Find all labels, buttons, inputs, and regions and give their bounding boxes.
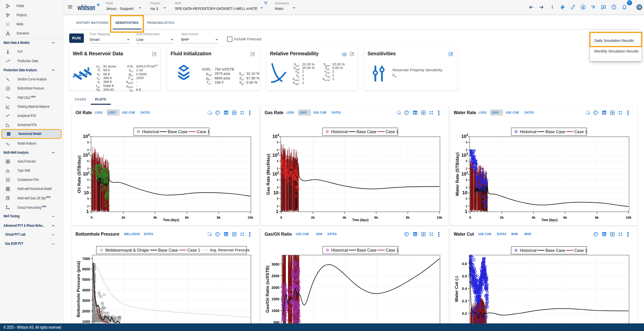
svg-text:Case 1: Case 1: [187, 248, 200, 252]
svg-text:8k: 8k: [217, 216, 221, 219]
svg-text:5: 5: [466, 197, 468, 200]
svg-text:104: 104: [272, 133, 279, 139]
svg-text:Time (days): Time (days): [352, 218, 369, 222]
svg-text:Water Rate (STB/day): Water Rate (STB/day): [455, 152, 460, 196]
svg-text:Case 1: Case 1: [574, 130, 587, 134]
svg-text:Avg. Reservoir Pressure: Avg. Reservoir Pressure: [210, 248, 250, 252]
svg-text:5: 5: [277, 197, 279, 200]
svg-text:103: 103: [83, 152, 90, 158]
svg-text:0: 0: [280, 216, 282, 219]
svg-text:2k: 2k: [311, 216, 315, 219]
svg-text:Base Case: Base Case: [357, 248, 377, 252]
svg-text:Water Cut (-): Water Cut (-): [454, 276, 459, 302]
svg-text:Historical: Historical: [520, 130, 537, 134]
svg-text:2: 2: [277, 167, 278, 170]
svg-text:Base Case: Base Case: [168, 130, 188, 134]
svg-text:Time (days): Time (days): [163, 218, 179, 222]
svg-text:104: 104: [83, 133, 90, 139]
svg-text:103: 103: [272, 152, 279, 158]
svg-text:2: 2: [87, 205, 89, 208]
svg-text:5: 5: [466, 141, 468, 144]
svg-text:4000: 4000: [82, 288, 90, 292]
svg-text:Time (days): Time (days): [541, 218, 558, 222]
svg-text:4k: 4k: [153, 216, 157, 219]
svg-text:7000: 7000: [82, 257, 90, 261]
svg-text:8k: 8k: [406, 216, 410, 219]
svg-text:1: 1: [465, 209, 467, 214]
svg-text:6000: 6000: [82, 267, 90, 271]
svg-text:Case 1: Case 1: [197, 130, 210, 134]
svg-text:5: 5: [87, 160, 89, 163]
svg-text:10k: 10k: [626, 216, 632, 219]
svg-text:0: 0: [469, 216, 471, 219]
svg-text:0.3: 0.3: [462, 299, 467, 303]
svg-text:2: 2: [466, 205, 467, 208]
svg-text:1000: 1000: [271, 309, 279, 313]
svg-text:102: 102: [83, 171, 90, 177]
svg-text:Gas/Oil Ratio (scf/STB): Gas/Oil Ratio (scf/STB): [265, 266, 270, 313]
svg-text:0.2: 0.2: [462, 311, 467, 316]
svg-text:2: 2: [466, 148, 467, 151]
svg-text:Base Case: Base Case: [158, 248, 178, 252]
svg-text:1: 1: [86, 209, 89, 214]
svg-text:2: 2: [277, 205, 278, 208]
svg-text:6k: 6k: [563, 216, 567, 219]
svg-text:5: 5: [277, 160, 279, 163]
svg-text:2500: 2500: [271, 274, 279, 278]
svg-text:102: 102: [272, 171, 279, 177]
svg-text:2000: 2000: [271, 286, 279, 290]
svg-text:6k: 6k: [374, 216, 378, 219]
svg-text:6k: 6k: [185, 216, 189, 219]
svg-text:Base Case: Base Case: [545, 248, 565, 253]
svg-text:8k: 8k: [595, 216, 599, 219]
svg-text:Historical: Historical: [331, 130, 348, 134]
svg-text:2000: 2000: [82, 309, 90, 313]
svg-text:4k: 4k: [343, 216, 347, 219]
svg-text:5: 5: [87, 141, 89, 144]
svg-text:2: 2: [87, 148, 89, 151]
svg-text:104: 104: [461, 133, 468, 139]
svg-text:Historical: Historical: [331, 248, 348, 252]
svg-text:0.4: 0.4: [462, 287, 467, 291]
svg-text:0.6: 0.6: [462, 262, 467, 266]
svg-text:Historical: Historical: [142, 130, 159, 134]
svg-text:2k: 2k: [500, 216, 504, 219]
svg-text:5: 5: [87, 197, 89, 200]
svg-text:10: 10: [273, 190, 278, 195]
svg-text:3000: 3000: [82, 299, 90, 303]
svg-text:Case 1: Case 1: [385, 130, 398, 134]
svg-text:10k: 10k: [437, 216, 443, 219]
svg-text:Historical: Historical: [520, 248, 537, 253]
svg-text:1500: 1500: [271, 297, 279, 301]
svg-text:5: 5: [87, 178, 89, 181]
svg-text:Base Case: Base Case: [545, 130, 565, 134]
svg-text:2: 2: [277, 148, 278, 151]
svg-text:Bottomhole Pressure (psia): Bottomhole Pressure (psia): [76, 261, 81, 317]
svg-text:10: 10: [462, 190, 467, 195]
svg-text:0.5: 0.5: [462, 274, 467, 278]
svg-text:2: 2: [466, 167, 467, 170]
svg-text:10: 10: [84, 190, 89, 195]
svg-text:10k: 10k: [248, 216, 253, 219]
svg-text:2k: 2k: [121, 216, 125, 219]
svg-text:5000: 5000: [82, 277, 90, 282]
svg-text:1: 1: [276, 209, 278, 214]
svg-text:°F: °F: [591, 5, 595, 10]
svg-text:2: 2: [87, 167, 89, 170]
svg-text:5: 5: [277, 141, 279, 144]
svg-text:Case 1: Case 1: [386, 248, 399, 252]
svg-text:Gas Rate (Mscf/day): Gas Rate (Mscf/day): [266, 154, 271, 195]
svg-text:2: 2: [277, 186, 278, 189]
svg-text:Oil Rate (STB/day): Oil Rate (STB/day): [77, 155, 82, 193]
svg-text:500: 500: [273, 320, 280, 323]
svg-text:3000: 3000: [271, 262, 279, 266]
svg-text:5: 5: [466, 160, 468, 163]
svg-text:2: 2: [466, 186, 467, 189]
svg-text:Case 1: Case 1: [574, 248, 587, 253]
svg-text:i: i: [551, 5, 553, 10]
svg-text:102: 102: [461, 171, 468, 177]
svg-text:Woldesemayat & Ghajar: Woldesemayat & Ghajar: [105, 248, 149, 252]
svg-text:2: 2: [87, 186, 89, 189]
svg-text:5: 5: [466, 178, 468, 181]
svg-text:1000: 1000: [82, 320, 90, 323]
